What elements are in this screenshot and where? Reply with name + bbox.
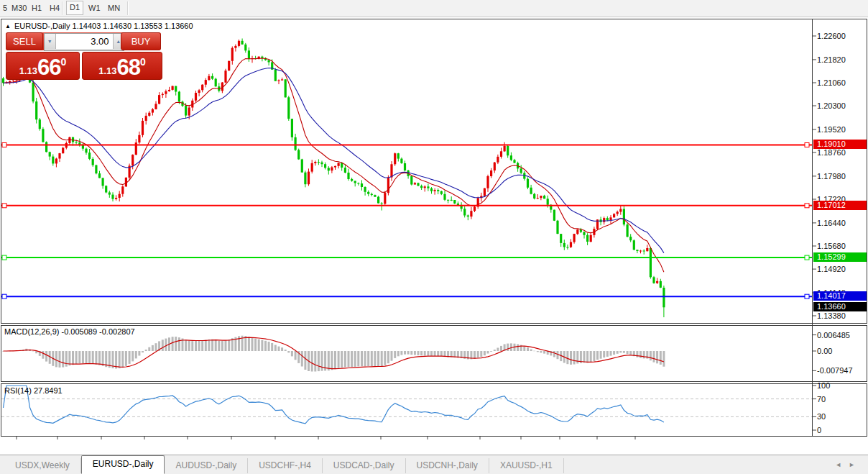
buy-price-point: 0 xyxy=(140,56,146,68)
macd-axis-label: -0.007947 xyxy=(817,366,853,375)
timeframe-button-D1[interactable]: D1 xyxy=(66,1,83,15)
price-axis-label: 1.21060 xyxy=(817,78,846,87)
ohlc-close: 1.13660 xyxy=(165,22,193,30)
timeframe-toolbar: 5M30H1H4D1W1MN xyxy=(0,0,868,17)
macd-histogram xyxy=(2,336,665,372)
timeframe-button-MN[interactable]: MN xyxy=(105,1,123,14)
macd-indicator-label: MACD(12,26,9) -0.005089 -0.002807 xyxy=(4,327,135,336)
rsi-axis-label: 70 xyxy=(817,395,826,404)
triangle-down-icon: ▼ xyxy=(47,39,52,44)
price-axis-label: 1.14920 xyxy=(817,265,846,273)
toolbar-separator xyxy=(62,1,63,15)
chart-tab-xauusd-h1[interactable]: XAUUSD-,H1 xyxy=(489,458,564,473)
chart-tab-usdx-weekly[interactable]: USDX,Weekly xyxy=(4,458,81,473)
fast-ma-line xyxy=(4,58,664,272)
one-click-trading-widget: SELL ▼ ▲ BUY 1.13 66 0 1.13 68 0 xyxy=(6,32,161,78)
hline-1.14017[interactable] xyxy=(1,294,812,298)
axis-ticks xyxy=(17,36,816,439)
chart-canvas[interactable] xyxy=(0,17,868,474)
candles xyxy=(2,39,665,318)
price-axis-label: 1.15680 xyxy=(817,242,846,250)
rsi-line xyxy=(4,386,664,424)
buy-price-prefix: 1.13 xyxy=(98,65,116,79)
rsi-axis-label: 0 xyxy=(817,426,821,434)
chart-tab-usdcad-daily[interactable]: USDCAD-,Daily xyxy=(323,458,406,473)
price-axis-label: 1.13380 xyxy=(817,311,846,320)
timeframe-button-W1[interactable]: W1 xyxy=(86,1,103,14)
sell-price-prefix: 1.13 xyxy=(19,65,37,79)
volume-stepper: ▼ ▲ xyxy=(44,33,124,51)
ohlc-high: 1.14630 xyxy=(103,22,131,30)
chart-symbol-period: EURUSD-,Daily xyxy=(14,22,70,30)
volume-decrease-button[interactable]: ▼ xyxy=(45,34,56,49)
chart-tab-bar: USDX,WeeklyEURUSD-,DailyAUDUSD-,DailyUSD… xyxy=(0,455,868,474)
current-price-badge: 1.13660 xyxy=(813,302,867,311)
price-axis-label: 1.22600 xyxy=(817,32,846,40)
rsi-axis-label: 100 xyxy=(817,381,830,390)
buy-price-pips: 68 xyxy=(117,56,140,79)
price-axis-label: 1.19520 xyxy=(817,125,846,134)
rsi-axis-label: 30 xyxy=(817,412,826,421)
chart-tab-usdchf-h4[interactable]: USDCHF-,H4 xyxy=(248,458,323,473)
timeframe-button-H4[interactable]: H4 xyxy=(47,1,63,14)
timeframe-button-M30[interactable]: M30 xyxy=(9,1,29,14)
chart-tab-usdcnh-daily[interactable]: USDCNH-,Daily xyxy=(406,458,489,473)
volume-input[interactable] xyxy=(56,34,113,49)
buy-price-display[interactable]: 1.13 68 0 xyxy=(82,52,162,80)
timeframe-button-H1[interactable]: H1 xyxy=(29,1,45,14)
price-axis-label: 1.17980 xyxy=(817,172,846,181)
rsi-indicator-label: RSI(14) 27.8491 xyxy=(4,386,63,395)
price-level-badge: 1.17012 xyxy=(813,201,867,210)
hline-1.17012[interactable] xyxy=(1,204,812,208)
buy-button[interactable]: BUY xyxy=(121,32,161,50)
chart-tab-eurusd-daily[interactable]: EURUSD-,Daily xyxy=(81,455,165,474)
price-axis-label: 1.20300 xyxy=(817,101,846,110)
price-axis-label: 1.18760 xyxy=(817,148,846,157)
chart-window: ▲EURUSD-,Daily1.144031.146301.135531.136… xyxy=(0,17,868,455)
macd-axis-label: 0.00 xyxy=(817,347,832,355)
panel-frames xyxy=(1,19,867,437)
price-axis-label: 1.21820 xyxy=(817,55,846,64)
sell-price-pips: 66 xyxy=(37,56,60,79)
price-level-badge: 1.19010 xyxy=(813,140,867,149)
chart-tab-audusd-daily[interactable]: AUDUSD-,Daily xyxy=(165,458,248,473)
tab-scroll-arrows[interactable]: ◄► xyxy=(835,461,862,468)
chart-title: ▲EURUSD-,Daily1.144031.146301.135531.136… xyxy=(5,22,195,30)
macd-axis-label: 0.006485 xyxy=(817,331,850,339)
ohlc-open: 1.14403 xyxy=(73,22,101,30)
price-axis-label: 1.16440 xyxy=(817,219,846,227)
price-level-badge: 1.15299 xyxy=(813,252,867,262)
price-level-badge: 1.14017 xyxy=(813,291,867,301)
trade-widget-top-row: SELL ▼ ▲ BUY xyxy=(6,32,161,50)
ohlc-low: 1.13553 xyxy=(134,22,162,30)
collapse-arrow-icon[interactable]: ▲ xyxy=(5,23,11,29)
mt4-window: 5M30H1H4D1W1MN ▲EURUSD-,Daily1.144031.14… xyxy=(0,0,868,474)
sell-price-point: 0 xyxy=(61,56,67,68)
hline-1.15299[interactable] xyxy=(1,255,812,260)
sell-price-display[interactable]: 1.13 66 0 xyxy=(6,52,80,80)
rsi-levels xyxy=(1,399,812,417)
toolbar-separator xyxy=(127,1,128,15)
hline-1.19010[interactable] xyxy=(1,143,812,147)
sell-button[interactable]: SELL xyxy=(6,32,43,50)
